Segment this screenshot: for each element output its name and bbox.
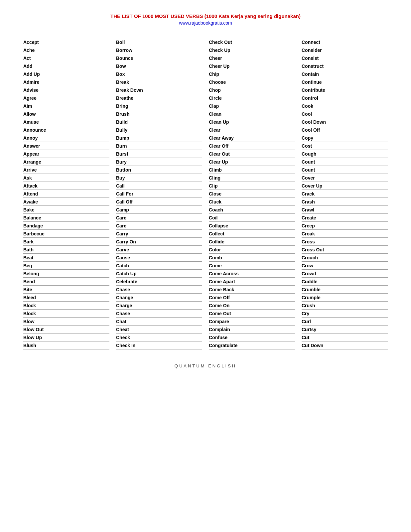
word-label: Catch Up <box>116 271 136 276</box>
list-item: Catch <box>116 262 202 270</box>
word-label: Color <box>209 247 221 252</box>
word-label: Clear Up <box>209 159 228 165</box>
word-label: Bounce <box>116 56 133 61</box>
list-item: Cross <box>302 238 388 246</box>
list-item: Bow <box>116 63 202 70</box>
list-item: Chase <box>116 310 202 318</box>
list-item: Close <box>209 191 295 198</box>
column-3: Check OutCheck UpCheerCheer UpChipChoose… <box>206 39 298 350</box>
word-label: Announce <box>23 127 46 133</box>
list-item: Choose <box>209 79 295 86</box>
word-label: Answer <box>23 143 40 149</box>
word-label: Arrange <box>23 159 41 165</box>
word-label: Cool <box>302 111 312 117</box>
list-item: Check In <box>116 342 202 349</box>
list-item: Break <box>116 79 202 86</box>
word-columns: AcceptAcheActAddAdd UpAdmireAdviseAgreeA… <box>20 39 391 350</box>
list-item: Celebrate <box>116 278 202 286</box>
list-item: Coil <box>209 214 295 222</box>
word-label: Bite <box>23 287 32 292</box>
list-item: Annoy <box>23 135 109 142</box>
word-label: Check Out <box>209 40 232 45</box>
word-label: Coil <box>209 215 217 220</box>
word-label: Accept <box>23 40 39 45</box>
list-item: Clap <box>209 103 295 110</box>
list-item: Borrow <box>116 47 202 54</box>
list-item: Build <box>116 119 202 126</box>
word-label: Beg <box>23 263 32 268</box>
word-label: Blush <box>23 343 36 348</box>
list-item: Cross Out <box>302 246 388 254</box>
list-item: Breathe <box>116 95 202 102</box>
list-item: Buy <box>116 175 202 182</box>
list-item: Continue <box>302 79 388 86</box>
list-item: Add <box>23 63 109 70</box>
word-label: Clap <box>209 103 219 109</box>
word-label: Collapse <box>209 223 228 228</box>
list-item: Call For <box>116 191 202 198</box>
word-label: Call <box>116 183 125 189</box>
word-label: Crumple <box>302 295 321 300</box>
list-item: Cook <box>302 103 388 110</box>
list-item: Change <box>116 294 202 302</box>
list-item: Cut <box>302 334 388 341</box>
list-item: Belong <box>23 270 109 278</box>
word-label: Boil <box>116 40 125 45</box>
word-label: Charge <box>116 303 132 308</box>
list-item: Cause <box>116 254 202 262</box>
word-label: Cling <box>209 175 220 181</box>
word-label: Crow <box>302 263 313 268</box>
word-label: Cause <box>116 255 130 260</box>
list-item: Collide <box>209 238 295 246</box>
word-label: Create <box>302 215 316 220</box>
word-label: Beat <box>23 255 33 260</box>
list-item: Block <box>23 302 109 310</box>
list-item: Amuse <box>23 119 109 126</box>
word-label: Cool Off <box>302 127 320 133</box>
word-label: Clip <box>209 183 217 189</box>
word-label: Copy <box>302 135 313 141</box>
word-label: Construct <box>302 64 324 69</box>
list-item: Bleed <box>23 294 109 302</box>
word-label: Bake <box>23 207 34 212</box>
list-item: Boil <box>116 39 202 46</box>
word-label: Carve <box>116 247 129 252</box>
word-label: Cost <box>302 143 312 149</box>
list-item: Collapse <box>209 222 295 230</box>
word-label: Arrive <box>23 167 37 173</box>
word-label: Burn <box>116 143 127 149</box>
word-label: Brush <box>116 111 129 117</box>
word-label: Burst <box>116 151 128 157</box>
list-item: Crowd <box>302 270 388 278</box>
word-label: Crash <box>302 199 315 204</box>
list-item: Bump <box>116 135 202 142</box>
word-label: Block <box>23 303 36 308</box>
word-label: Advise <box>23 87 39 93</box>
word-label: Cut Down <box>302 343 323 348</box>
list-item: Accept <box>23 39 109 46</box>
list-item: Bully <box>116 127 202 134</box>
list-item: Come Off <box>209 294 295 302</box>
list-item: Carve <box>116 246 202 254</box>
word-label: Blow Out <box>23 327 44 332</box>
word-label: Belong <box>23 271 39 276</box>
word-label: Come Back <box>209 287 234 292</box>
word-label: Add Up <box>23 71 40 77</box>
list-item: Count <box>302 167 388 174</box>
list-item: Bath <box>23 246 109 254</box>
word-label: Block <box>23 311 36 316</box>
header-title: THE LIST OF 1000 MOST USED VERBS (1000 K… <box>20 13 391 19</box>
list-item: Bite <box>23 286 109 294</box>
word-label: Confuse <box>209 335 227 340</box>
list-item: Circle <box>209 95 295 102</box>
list-item: Cover <box>302 175 388 182</box>
word-label: Blow <box>23 319 34 324</box>
word-label: Cheer <box>209 56 222 61</box>
word-label: Agree <box>23 95 37 101</box>
word-label: Bend <box>23 279 35 284</box>
list-item: Consider <box>302 47 388 54</box>
list-item: Call <box>116 183 202 190</box>
word-label: Choose <box>209 79 226 85</box>
word-label: Bully <box>116 127 127 133</box>
list-item: Bark <box>23 238 109 246</box>
